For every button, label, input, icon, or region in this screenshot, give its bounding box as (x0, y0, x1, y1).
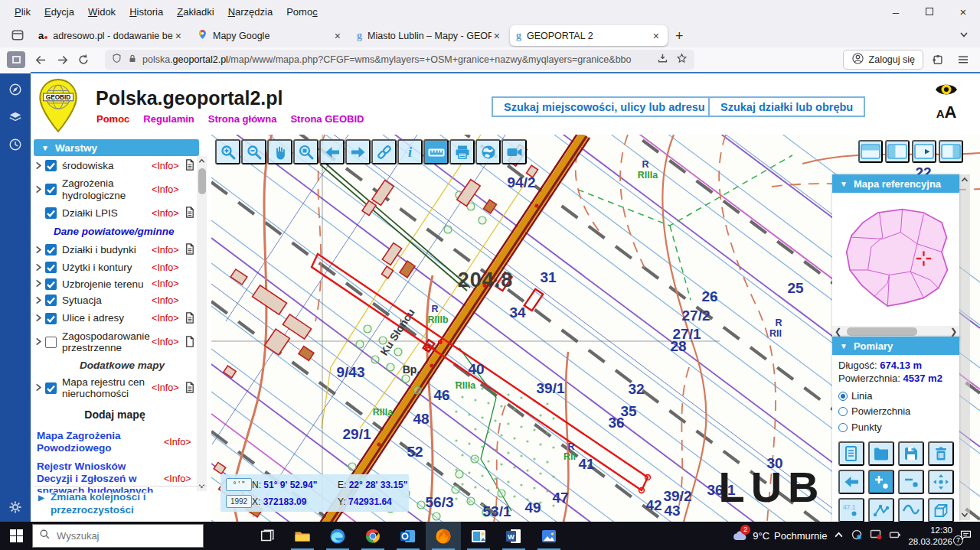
scroll-down-icon[interactable] (959, 509, 970, 520)
tab-close-icon[interactable]: × (173, 30, 184, 42)
metadata-doc-icon[interactable] (184, 206, 196, 220)
tab-close-icon[interactable]: × (651, 30, 662, 42)
layer-checkbox[interactable] (45, 262, 57, 273)
info-link[interactable]: <Info> (152, 262, 184, 273)
expand-chevron-icon[interactable] (34, 208, 45, 219)
radio-points[interactable]: Punkty (838, 420, 882, 435)
pan-icon[interactable] (267, 139, 292, 164)
start-button[interactable] (0, 522, 32, 550)
panel-top-icon[interactable] (858, 140, 883, 163)
task-view-icon[interactable] (250, 522, 285, 550)
expand-chevron-icon[interactable] (34, 313, 45, 324)
link-icon[interactable] (371, 139, 397, 164)
header-link-strona-geobid[interactable]: Strona GEOBID (290, 113, 364, 125)
layer-row[interactable]: Zagrożenia hydrologiczne<Info> (34, 175, 196, 203)
display-alert-icon[interactable] (870, 529, 882, 543)
scroll-left-icon[interactable]: ❮ (832, 327, 844, 337)
trash-icon[interactable] (928, 441, 954, 466)
close-button[interactable]: × (946, 0, 980, 23)
radio-area[interactable]: Powierzchnia (838, 404, 910, 419)
firefox-icon[interactable] (426, 522, 461, 550)
power-icon[interactable] (889, 529, 901, 543)
back-icon[interactable] (319, 139, 345, 164)
menu-historia[interactable]: Historia (122, 3, 170, 21)
layer-checkbox[interactable] (45, 313, 57, 324)
layer-row[interactable]: Uzbrojenie terenu<Info> (34, 276, 196, 293)
remove-point-icon[interactable] (898, 470, 924, 494)
globe-icon[interactable] (475, 139, 501, 164)
search-input[interactable] (57, 530, 172, 542)
poland-overview-map[interactable] (838, 197, 953, 323)
info-link[interactable]: <Info> (152, 382, 184, 393)
info-link[interactable]: <Info> (152, 278, 184, 289)
info-link[interactable]: <Info> (152, 208, 184, 219)
doc-icon[interactable] (838, 441, 864, 466)
metadata-doc-icon[interactable] (184, 335, 196, 350)
layer-checkbox[interactable] (45, 295, 57, 306)
map-viewport[interactable]: 94/23134262527/227/1283235364039/1464829… (211, 135, 980, 522)
measure-label-icon[interactable]: 47.1 (838, 498, 864, 522)
expand-chevron-icon[interactable] (34, 245, 45, 255)
menu-edycja[interactable]: Edycja (38, 3, 81, 21)
network-icon[interactable]: i (851, 529, 863, 543)
layer-checkbox[interactable] (45, 160, 57, 171)
map-link-label[interactable]: Mapa Zagrożenia Powodziowego (37, 430, 164, 454)
weather-widget[interactable]: 2 9°C Pochmurnie (731, 529, 827, 544)
layer-checkbox[interactable] (45, 184, 57, 195)
info-icon[interactable]: i (397, 139, 423, 164)
tab-close-icon[interactable]: × (332, 30, 343, 42)
tab-miasto-lublin-mapy-geopo[interactable]: gMiasto Lublin – Mapy - GEOPO× (351, 25, 508, 46)
curve-icon[interactable] (898, 498, 924, 522)
url-bar[interactable]: polska.geoportal2.pl/map/www/mapa.php?CF… (105, 50, 694, 70)
layer-row[interactable]: Działki LPIS<Info> (34, 203, 196, 223)
expand-chevron-icon[interactable] (34, 262, 45, 273)
contrast-eye-icon[interactable] (933, 89, 960, 102)
folder-icon[interactable] (868, 441, 894, 466)
extensions-puzzle-icon[interactable] (927, 50, 949, 70)
layer-checkbox[interactable] (45, 207, 57, 219)
forward-icon[interactable] (345, 139, 371, 164)
scroll-right-icon[interactable]: ❯ (948, 327, 959, 337)
layers-icon[interactable] (0, 106, 31, 129)
save-page-icon[interactable] (656, 52, 669, 67)
zoom-out-icon[interactable] (241, 139, 266, 164)
tab-close-icon[interactable]: × (492, 30, 502, 42)
map-link-row[interactable]: Mapa Zagrożenia Powodziowego<Info> (34, 425, 196, 456)
maximize-button[interactable] (913, 0, 946, 23)
menu-plik[interactable]: Plik (8, 3, 38, 21)
compass-icon[interactable] (0, 78, 31, 101)
header-link-regulamin[interactable]: Regulamin (143, 113, 194, 125)
hamburger-menu-icon[interactable] (952, 50, 974, 70)
panel-right-icon[interactable] (939, 140, 963, 163)
firefox-view-icon[interactable] (6, 25, 29, 45)
reference-horizontal-scrollbar[interactable]: ❮ ❯ (832, 326, 959, 337)
photos-icon[interactable] (531, 522, 567, 550)
layer-checkbox[interactable] (45, 244, 57, 255)
measure-icon[interactable] (423, 139, 449, 164)
search-parcel-button[interactable]: Szukaj działki lub obrębu (708, 96, 865, 117)
expand-chevron-icon[interactable] (34, 184, 45, 195)
layer-row[interactable]: Ulice i adresy<Info> (34, 309, 196, 328)
save-icon[interactable] (898, 441, 924, 466)
bookmark-star-icon[interactable] (675, 52, 688, 67)
menu-narzędzia[interactable]: Narzędzia (221, 3, 280, 21)
info-link[interactable]: <Info> (152, 313, 184, 324)
layer-row[interactable]: Mapa rejestru cen nieruchomości<Info> (34, 374, 196, 402)
back-icon[interactable] (30, 50, 51, 70)
expand-chevron-icon[interactable] (34, 161, 45, 171)
shield-icon[interactable] (111, 53, 122, 67)
radio-line[interactable]: Linia (838, 389, 872, 404)
history-clock-icon[interactable] (0, 133, 31, 156)
tray-chevron-icon[interactable] (834, 530, 844, 542)
taskbar-search[interactable] (32, 524, 204, 548)
layer-row[interactable]: środowiska<Info> (34, 156, 196, 175)
tab-geoportal-2[interactable]: gGEOPORTAL 2× (510, 25, 668, 46)
dms-format-button[interactable]: ° ' " (226, 478, 252, 491)
notification-icon[interactable]: 7 (959, 529, 972, 544)
map-vertical-scrollbar[interactable] (959, 174, 970, 520)
print-icon[interactable] (449, 139, 475, 164)
menu-widok[interactable]: Widok (81, 3, 122, 21)
expand-chevron-icon[interactable] (34, 295, 45, 306)
layer-checkbox[interactable] (45, 337, 57, 348)
metadata-doc-icon[interactable] (184, 242, 196, 257)
